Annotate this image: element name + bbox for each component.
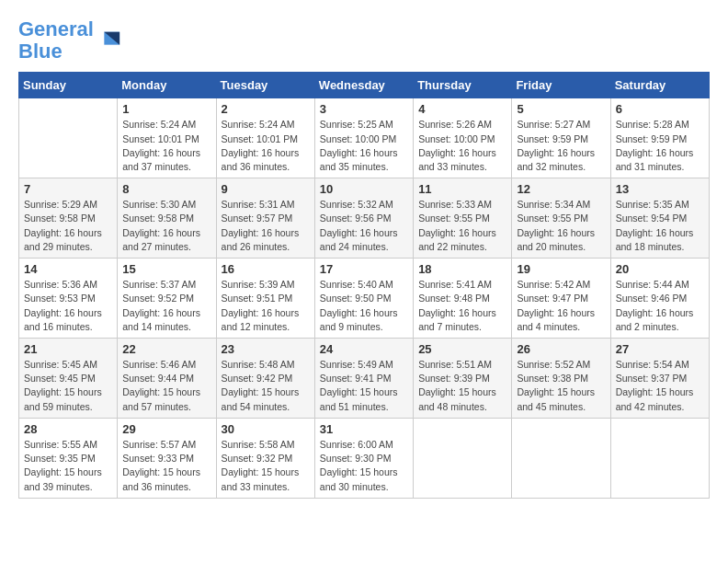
day-info: Sunrise: 5:34 AM Sunset: 9:55 PM Dayligh…: [517, 198, 605, 254]
day-number: 26: [517, 342, 605, 356]
day-number: 29: [122, 422, 210, 436]
day-info: Sunrise: 5:26 AM Sunset: 10:00 PM Daylig…: [418, 118, 506, 174]
day-number: 12: [517, 182, 605, 196]
day-number: 28: [24, 422, 112, 436]
day-info: Sunrise: 5:24 AM Sunset: 10:01 PM Daylig…: [122, 118, 210, 174]
day-info: Sunrise: 5:35 AM Sunset: 9:54 PM Dayligh…: [616, 198, 704, 254]
day-info: Sunrise: 5:24 AM Sunset: 10:01 PM Daylig…: [222, 118, 310, 174]
day-number: 2: [222, 102, 310, 116]
day-number: 3: [320, 102, 408, 116]
header-thursday: Thursday: [414, 73, 512, 98]
day-number: 1: [122, 102, 210, 116]
calendar-cell: 4Sunrise: 5:26 AM Sunset: 10:00 PM Dayli…: [414, 98, 512, 178]
calendar-cell: 21Sunrise: 5:45 AM Sunset: 9:45 PM Dayli…: [19, 339, 118, 419]
day-info: Sunrise: 5:51 AM Sunset: 9:39 PM Dayligh…: [418, 358, 506, 414]
calendar-cell: 9Sunrise: 5:31 AM Sunset: 9:57 PM Daylig…: [216, 178, 314, 259]
header-saturday: Saturday: [610, 73, 709, 98]
calendar-cell: 16Sunrise: 5:39 AM Sunset: 9:51 PM Dayli…: [216, 259, 314, 339]
logo-icon: [96, 28, 121, 53]
day-number: 13: [616, 182, 704, 196]
day-number: 10: [320, 182, 408, 196]
day-number: 5: [517, 102, 605, 116]
day-info: Sunrise: 5:48 AM Sunset: 9:42 PM Dayligh…: [222, 358, 310, 414]
calendar-cell: 24Sunrise: 5:49 AM Sunset: 9:41 PM Dayli…: [314, 339, 413, 419]
day-info: Sunrise: 5:52 AM Sunset: 9:38 PM Dayligh…: [517, 358, 605, 414]
day-info: Sunrise: 5:55 AM Sunset: 9:35 PM Dayligh…: [24, 438, 112, 494]
header-monday: Monday: [118, 73, 216, 98]
day-info: Sunrise: 5:42 AM Sunset: 9:47 PM Dayligh…: [517, 278, 605, 334]
calendar-cell: 31Sunrise: 6:00 AM Sunset: 9:30 PM Dayli…: [314, 418, 413, 498]
day-info: Sunrise: 5:25 AM Sunset: 10:00 PM Daylig…: [320, 118, 408, 174]
day-info: Sunrise: 5:36 AM Sunset: 9:53 PM Dayligh…: [24, 278, 112, 334]
calendar-cell: 30Sunrise: 5:58 AM Sunset: 9:32 PM Dayli…: [216, 418, 314, 498]
day-number: 24: [320, 342, 408, 356]
calendar-cell: 17Sunrise: 5:40 AM Sunset: 9:50 PM Dayli…: [314, 259, 413, 339]
page-header: GeneralBlue: [18, 18, 710, 63]
day-info: Sunrise: 5:27 AM Sunset: 9:59 PM Dayligh…: [517, 118, 605, 174]
calendar-cell: 2Sunrise: 5:24 AM Sunset: 10:01 PM Dayli…: [216, 98, 314, 178]
calendar-week-row: 28Sunrise: 5:55 AM Sunset: 9:35 PM Dayli…: [19, 418, 710, 498]
day-number: 23: [222, 342, 310, 356]
calendar-cell: 29Sunrise: 5:57 AM Sunset: 9:33 PM Dayli…: [118, 418, 216, 498]
day-info: Sunrise: 5:44 AM Sunset: 9:46 PM Dayligh…: [616, 278, 704, 334]
day-info: Sunrise: 5:30 AM Sunset: 9:58 PM Dayligh…: [122, 198, 210, 254]
day-number: 6: [616, 102, 704, 116]
calendar-cell: 8Sunrise: 5:30 AM Sunset: 9:58 PM Daylig…: [118, 178, 216, 259]
calendar-cell: 20Sunrise: 5:44 AM Sunset: 9:46 PM Dayli…: [610, 259, 709, 339]
header-friday: Friday: [512, 73, 610, 98]
day-info: Sunrise: 5:46 AM Sunset: 9:44 PM Dayligh…: [122, 358, 210, 414]
calendar-cell: [512, 418, 610, 498]
calendar-cell: 12Sunrise: 5:34 AM Sunset: 9:55 PM Dayli…: [512, 178, 610, 259]
calendar-cell: 27Sunrise: 5:54 AM Sunset: 9:37 PM Dayli…: [610, 339, 709, 419]
calendar-cell: 25Sunrise: 5:51 AM Sunset: 9:39 PM Dayli…: [414, 339, 512, 419]
day-info: Sunrise: 5:41 AM Sunset: 9:48 PM Dayligh…: [418, 278, 506, 334]
calendar-week-row: 7Sunrise: 5:29 AM Sunset: 9:58 PM Daylig…: [19, 178, 710, 259]
calendar-cell: 3Sunrise: 5:25 AM Sunset: 10:00 PM Dayli…: [314, 98, 413, 178]
day-number: 25: [418, 342, 506, 356]
calendar-cell: 6Sunrise: 5:28 AM Sunset: 9:59 PM Daylig…: [610, 98, 709, 178]
day-number: 15: [122, 262, 210, 276]
calendar-cell: 15Sunrise: 5:37 AM Sunset: 9:52 PM Dayli…: [118, 259, 216, 339]
calendar-cell: 26Sunrise: 5:52 AM Sunset: 9:38 PM Dayli…: [512, 339, 610, 419]
header-wednesday: Wednesday: [314, 73, 413, 98]
logo: GeneralBlue: [18, 18, 121, 63]
day-number: 7: [24, 182, 112, 196]
day-info: Sunrise: 5:32 AM Sunset: 9:56 PM Dayligh…: [320, 198, 408, 254]
logo-text: GeneralBlue: [18, 18, 94, 63]
day-number: 16: [222, 262, 310, 276]
day-info: Sunrise: 5:28 AM Sunset: 9:59 PM Dayligh…: [616, 118, 704, 174]
calendar-cell: 10Sunrise: 5:32 AM Sunset: 9:56 PM Dayli…: [314, 178, 413, 259]
calendar-table: SundayMondayTuesdayWednesdayThursdayFrid…: [18, 72, 710, 498]
day-number: 14: [24, 262, 112, 276]
calendar-cell: 28Sunrise: 5:55 AM Sunset: 9:35 PM Dayli…: [19, 418, 118, 498]
calendar-cell: [610, 418, 709, 498]
calendar-cell: 14Sunrise: 5:36 AM Sunset: 9:53 PM Dayli…: [19, 259, 118, 339]
day-info: Sunrise: 5:57 AM Sunset: 9:33 PM Dayligh…: [122, 438, 210, 494]
day-number: 19: [517, 262, 605, 276]
day-number: 8: [122, 182, 210, 196]
day-info: Sunrise: 6:00 AM Sunset: 9:30 PM Dayligh…: [320, 438, 408, 494]
day-number: 20: [616, 262, 704, 276]
calendar-header-row: SundayMondayTuesdayWednesdayThursdayFrid…: [19, 73, 710, 98]
calendar-week-row: 1Sunrise: 5:24 AM Sunset: 10:01 PM Dayli…: [19, 98, 710, 178]
day-info: Sunrise: 5:29 AM Sunset: 9:58 PM Dayligh…: [24, 198, 112, 254]
calendar-week-row: 21Sunrise: 5:45 AM Sunset: 9:45 PM Dayli…: [19, 339, 710, 419]
day-number: 9: [222, 182, 310, 196]
day-info: Sunrise: 5:45 AM Sunset: 9:45 PM Dayligh…: [24, 358, 112, 414]
day-number: 4: [418, 102, 506, 116]
day-info: Sunrise: 5:58 AM Sunset: 9:32 PM Dayligh…: [222, 438, 310, 494]
day-number: 27: [616, 342, 704, 356]
calendar-cell: 23Sunrise: 5:48 AM Sunset: 9:42 PM Dayli…: [216, 339, 314, 419]
calendar-cell: [414, 418, 512, 498]
day-number: 30: [222, 422, 310, 436]
header-tuesday: Tuesday: [216, 73, 314, 98]
day-number: 18: [418, 262, 506, 276]
calendar-cell: 1Sunrise: 5:24 AM Sunset: 10:01 PM Dayli…: [118, 98, 216, 178]
day-number: 22: [122, 342, 210, 356]
day-info: Sunrise: 5:49 AM Sunset: 9:41 PM Dayligh…: [320, 358, 408, 414]
calendar-cell: 19Sunrise: 5:42 AM Sunset: 9:47 PM Dayli…: [512, 259, 610, 339]
calendar-cell: 5Sunrise: 5:27 AM Sunset: 9:59 PM Daylig…: [512, 98, 610, 178]
day-number: 21: [24, 342, 112, 356]
day-info: Sunrise: 5:39 AM Sunset: 9:51 PM Dayligh…: [222, 278, 310, 334]
day-number: 11: [418, 182, 506, 196]
